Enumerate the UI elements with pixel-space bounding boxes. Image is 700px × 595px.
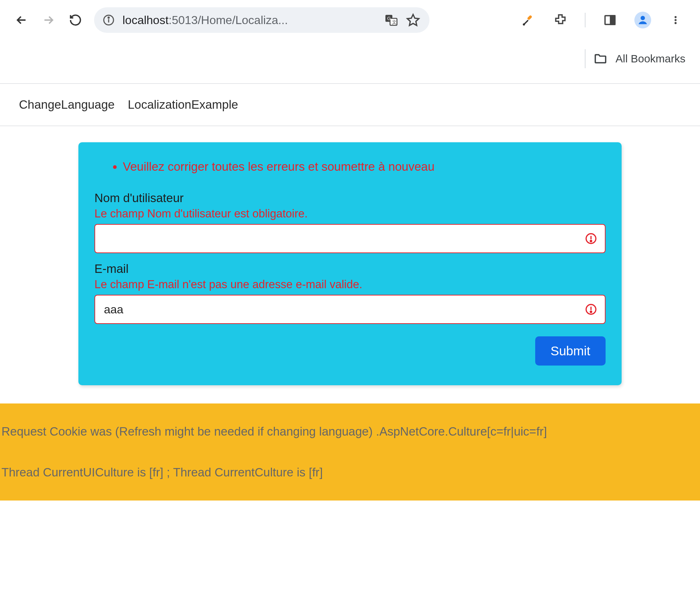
svg-point-15 <box>674 22 677 24</box>
email-input[interactable] <box>94 295 606 324</box>
url-path: :5013/Home/Localiza... <box>168 13 288 27</box>
svg-text:G: G <box>387 16 391 21</box>
svg-rect-8 <box>527 15 532 20</box>
error-icon <box>584 303 598 316</box>
address-bar[interactable]: localhost:5013/Home/Localiza... G文 <box>94 7 429 33</box>
username-error: Le champ Nom d'utilisateur est obligatoi… <box>94 207 606 220</box>
form-actions: Submit <box>94 336 606 366</box>
email-label: E-mail <box>94 262 606 276</box>
extensions-icon[interactable] <box>553 12 568 28</box>
username-input[interactable] <box>94 224 606 253</box>
form-card: Veuillez corriger toutes les erreurs et … <box>78 142 622 385</box>
reload-button[interactable] <box>67 12 84 28</box>
svg-point-12 <box>641 16 645 20</box>
debug-panel: Request Cookie was (Refresh might be nee… <box>0 403 700 501</box>
forward-button[interactable] <box>40 12 57 28</box>
site-nav: ChangeLanguage LocalizationExample <box>0 84 700 126</box>
validation-summary: Veuillez corriger toutes les erreurs et … <box>94 160 606 174</box>
browser-toolbar: localhost:5013/Home/Localiza... G文 <box>0 0 700 40</box>
svg-point-2 <box>108 17 109 18</box>
error-icon <box>584 232 598 245</box>
svg-marker-7 <box>407 15 419 26</box>
url-host: localhost <box>122 13 168 27</box>
all-bookmarks-link[interactable]: All Bookmarks <box>615 53 685 65</box>
page-body: Veuillez corriger toutes les erreurs et … <box>0 126 700 501</box>
svg-point-14 <box>674 19 677 21</box>
toolbar-divider <box>585 13 586 27</box>
site-info-icon[interactable] <box>101 13 116 27</box>
bookmarks-bar: All Bookmarks <box>0 40 700 84</box>
nav-change-language[interactable]: ChangeLanguage <box>19 98 114 112</box>
eyedropper-extension-icon[interactable] <box>521 12 536 28</box>
email-error: Le champ E-mail n'est pas une adresse e-… <box>94 278 606 291</box>
svg-point-18 <box>590 240 592 242</box>
debug-culture-line: Thread CurrentUICulture is [fr] ; Thread… <box>1 465 699 479</box>
toolbar-right <box>521 12 687 28</box>
debug-cookie-line: Request Cookie was (Refresh might be nee… <box>1 425 699 438</box>
username-label: Nom d'utilisateur <box>94 191 606 205</box>
svg-point-21 <box>590 311 592 313</box>
bookmark-star-icon[interactable] <box>405 12 421 28</box>
back-button[interactable] <box>13 12 30 28</box>
submit-button[interactable]: Submit <box>535 336 606 366</box>
svg-text:文: 文 <box>392 20 397 25</box>
nav-localization-example[interactable]: LocalizationExample <box>128 98 238 112</box>
svg-point-9 <box>523 23 525 26</box>
form-group-email: E-mail Le champ E-mail n'est pas une adr… <box>94 262 606 324</box>
form-group-username: Nom d'utilisateur Le champ Nom d'utilisa… <box>94 191 606 253</box>
svg-rect-11 <box>611 16 615 24</box>
bookmarks-divider <box>585 49 586 68</box>
svg-point-13 <box>674 16 677 18</box>
validation-summary-item: Veuillez corriger toutes les erreurs et … <box>123 160 606 174</box>
folder-icon <box>593 51 608 66</box>
kebab-menu-icon[interactable] <box>668 12 683 28</box>
side-panel-icon[interactable] <box>602 12 618 28</box>
translate-icon[interactable]: G文 <box>384 12 399 28</box>
url-text: localhost:5013/Home/Localiza... <box>122 13 377 27</box>
profile-avatar[interactable] <box>634 12 651 28</box>
